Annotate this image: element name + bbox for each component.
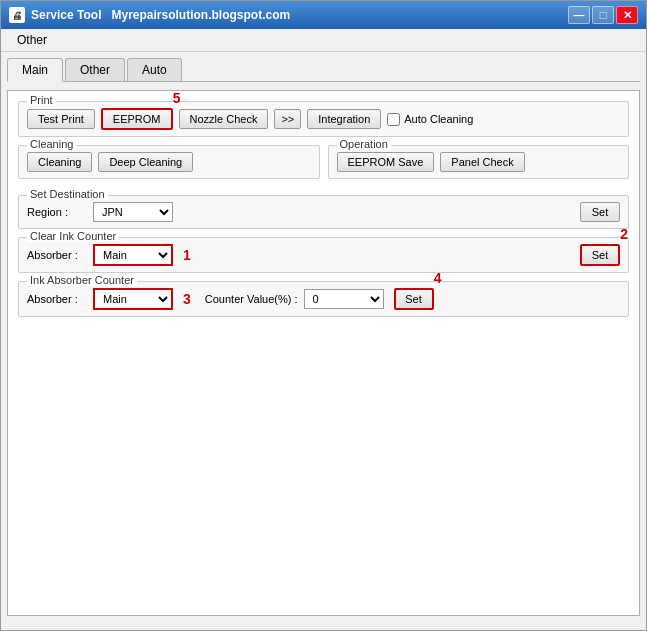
tab-other[interactable]: Other [65,58,125,81]
main-window: 🖨 Service Tool Myrepairsolution.blogspot… [0,0,647,631]
cleaning-section: Cleaning Cleaning Deep Cleaning [18,145,320,179]
region-select[interactable]: JPN [93,202,173,222]
counter-value-select[interactable]: 0 [304,289,384,309]
clear-ink-label: Clear Ink Counter [27,230,119,242]
set-destination-section: Set Destination Region : JPN Set [18,195,629,229]
cleaning-button[interactable]: Cleaning [27,152,92,172]
print-section: Print Test Print EEPROM 5 Nozzle Check >… [18,101,629,137]
eeprom-badge: 5 [173,90,181,106]
eeprom-button[interactable]: EEPROM [101,108,173,130]
menu-bar: Other [1,29,646,52]
subtitle-text: Myrepairsolution.blogspot.com [112,8,291,22]
title-bar: 🖨 Service Tool Myrepairsolution.blogspot… [1,1,646,29]
set-destination-label: Set Destination [27,188,108,200]
integration-button[interactable]: Integration [307,109,381,129]
ink-absorber-section: Ink Absorber Counter Absorber : Main Sub… [18,281,629,317]
window-title: Service Tool Myrepairsolution.blogspot.c… [31,8,568,22]
clear-ink-section: Clear Ink Counter Absorber : Main Sub 1 … [18,237,629,273]
clear-ink-set-button[interactable]: Set [580,244,620,266]
set-badge-1: 2 [620,226,628,242]
tab-auto[interactable]: Auto [127,58,182,81]
main-panel: Print Test Print EEPROM 5 Nozzle Check >… [7,90,640,616]
menu-item-other[interactable]: Other [9,31,55,49]
absorber-label-2: Absorber : [27,293,87,305]
app-icon: 🖨 [9,7,25,23]
chevron-button[interactable]: >> [274,109,301,129]
absorber-label-1: Absorber : [27,249,87,261]
ink-absorber-label: Ink Absorber Counter [27,274,137,286]
maximize-button[interactable]: □ [592,6,614,24]
operation-section: Operation EEPROM Save Panel Check [328,145,630,179]
auto-cleaning-label: Auto Cleaning [387,113,473,126]
cleaning-label: Cleaning [27,138,76,150]
ink-absorber-set-button[interactable]: Set [394,288,434,310]
nozzle-check-button[interactable]: Nozzle Check [179,109,269,129]
eeprom-save-button[interactable]: EEPROM Save [337,152,435,172]
operation-label: Operation [337,138,391,150]
set-badge-2: 4 [434,270,442,286]
content-area: Main Other Auto Print Test Print EEPROM … [1,52,646,630]
set-destination-button[interactable]: Set [580,202,620,222]
auto-cleaning-checkbox[interactable] [387,113,400,126]
absorber-badge-1: 1 [183,247,191,263]
window-controls: — □ ✕ [568,6,638,24]
absorber-select-2[interactable]: Main Sub [93,288,173,310]
region-label: Region : [27,206,87,218]
panel-check-button[interactable]: Panel Check [440,152,524,172]
test-print-button[interactable]: Test Print [27,109,95,129]
counter-value-label: Counter Value(%) : [205,293,298,305]
absorber-badge-2: 3 [183,291,191,307]
deep-cleaning-button[interactable]: Deep Cleaning [98,152,193,172]
title-text: Service Tool [31,8,101,22]
close-button[interactable]: ✕ [616,6,638,24]
tab-main[interactable]: Main [7,58,63,82]
tab-bar: Main Other Auto [7,58,640,82]
print-label: Print [27,94,56,106]
absorber-select-1[interactable]: Main Sub [93,244,173,266]
minimize-button[interactable]: — [568,6,590,24]
